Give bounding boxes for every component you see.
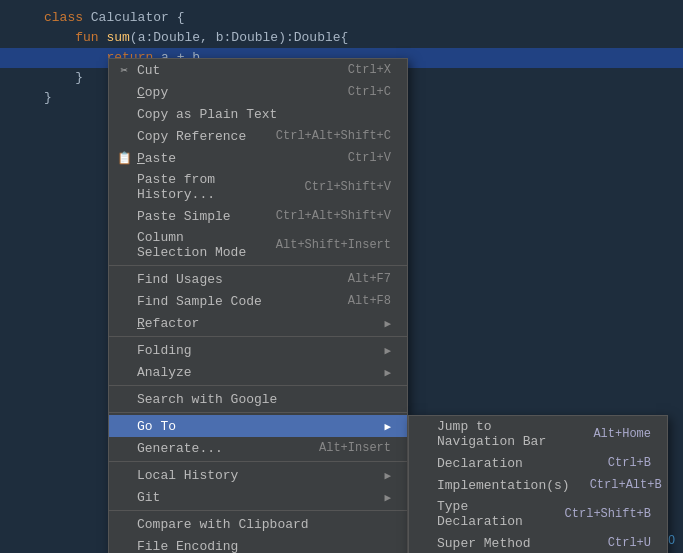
menu-item-search-google[interactable]: Search with Google	[109, 388, 407, 410]
menu-item-local-history[interactable]: Local History ▶	[109, 464, 407, 486]
code-line-2: fun sum(a:Double, b:Double):Double{	[0, 28, 683, 48]
local-history-arrow: ▶	[384, 469, 391, 482]
separator-6	[109, 510, 407, 511]
separator-2	[109, 336, 407, 337]
menu-item-analyze[interactable]: Analyze ▶	[109, 361, 407, 383]
submenu-jump-navbar[interactable]: Jump to Navigation Bar Alt+Home	[409, 416, 667, 452]
menu-item-compare-clipboard[interactable]: Compare with Clipboard	[109, 513, 407, 535]
analyze-arrow: ▶	[384, 366, 391, 379]
menu-item-find-usages[interactable]: Find Usages Alt+F7	[109, 268, 407, 290]
menu-item-goto[interactable]: Go To ▶ Jump to Navigation Bar Alt+Home …	[109, 415, 407, 437]
menu-item-copy[interactable]: Copy Ctrl+C	[109, 81, 407, 103]
menu-item-column-selection[interactable]: Column Selection Mode Alt+Shift+Insert	[109, 227, 407, 263]
paste-icon: 📋	[115, 151, 133, 166]
submenu-implementation[interactable]: Implementation(s) Ctrl+Alt+B	[409, 474, 667, 496]
menu-item-copy-reference[interactable]: Copy Reference Ctrl+Alt+Shift+C	[109, 125, 407, 147]
menu-item-file-encoding[interactable]: File Encoding	[109, 535, 407, 553]
git-arrow: ▶	[384, 491, 391, 504]
menu-item-paste[interactable]: 📋 Paste Ctrl+V	[109, 147, 407, 169]
refactor-arrow: ▶	[384, 317, 391, 330]
context-menu: ✂ Cut Ctrl+X Copy Ctrl+C Copy as Plain T…	[108, 58, 408, 553]
code-line-1: class Calculator {	[0, 8, 683, 28]
menu-item-folding[interactable]: Folding ▶	[109, 339, 407, 361]
menu-item-find-sample[interactable]: Find Sample Code Alt+F8	[109, 290, 407, 312]
menu-item-paste-simple[interactable]: Paste Simple Ctrl+Alt+Shift+V	[109, 205, 407, 227]
menu-item-refactor[interactable]: Refactor ▶	[109, 312, 407, 334]
goto-submenu: Jump to Navigation Bar Alt+Home Declarat…	[408, 415, 668, 553]
folding-arrow: ▶	[384, 344, 391, 357]
menu-item-generate[interactable]: Generate... Alt+Insert	[109, 437, 407, 459]
submenu-type-declaration[interactable]: Type Declaration Ctrl+Shift+B	[409, 496, 667, 532]
menu-item-copy-plain[interactable]: Copy as Plain Text	[109, 103, 407, 125]
menu-item-git[interactable]: Git ▶	[109, 486, 407, 508]
submenu-super-method[interactable]: Super Method Ctrl+U	[409, 532, 667, 553]
goto-arrow: ▶	[384, 420, 391, 433]
separator-3	[109, 385, 407, 386]
separator-4	[109, 412, 407, 413]
separator-5	[109, 461, 407, 462]
menu-item-paste-history[interactable]: Paste from History... Ctrl+Shift+V	[109, 169, 407, 205]
separator-1	[109, 265, 407, 266]
submenu-declaration[interactable]: Declaration Ctrl+B	[409, 452, 667, 474]
cut-icon: ✂	[115, 63, 133, 78]
menu-item-cut[interactable]: ✂ Cut Ctrl+X	[109, 59, 407, 81]
